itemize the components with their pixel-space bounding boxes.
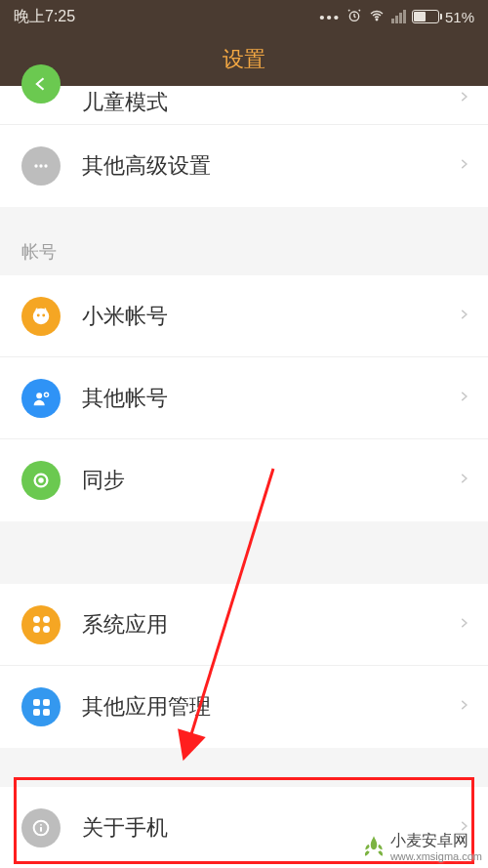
signal-icon (391, 10, 406, 23)
watermark: 小麦安卓网 www.xmsigma.com (361, 831, 482, 862)
chevron-right-icon (457, 86, 470, 111)
svg-point-4 (44, 164, 47, 167)
section-account-label: 帐号 (0, 207, 488, 275)
status-bar: 晚上7:25 ••• 51% (0, 0, 488, 33)
row-label: 系统应用 (82, 610, 457, 640)
svg-point-6 (37, 313, 40, 316)
row-other-account[interactable]: 其他帐号 (0, 357, 488, 439)
watermark-name: 小麦安卓网 (390, 832, 468, 848)
kid-mode-icon (21, 64, 61, 103)
svg-point-5 (33, 308, 50, 324)
system-apps-icon (21, 605, 61, 644)
chevron-right-icon (457, 153, 470, 179)
chevron-right-icon (457, 386, 470, 411)
wheat-logo-icon (361, 834, 386, 859)
app-management-icon (21, 687, 61, 726)
row-system-apps[interactable]: 系统应用 (0, 584, 488, 666)
row-other-app-mgmt[interactable]: 其他应用管理 (0, 666, 488, 748)
svg-point-8 (36, 393, 42, 398)
settings-list: 儿童模式 其他高级设置 帐号 小米帐号 (0, 86, 488, 868)
svg-point-11 (38, 477, 44, 483)
chevron-right-icon (457, 468, 470, 493)
header: 设置 (0, 33, 488, 86)
row-label: 小米帐号 (82, 302, 457, 331)
wifi-icon (368, 8, 386, 26)
row-label: 儿童模式 (82, 88, 457, 117)
svg-point-7 (42, 313, 45, 316)
svg-point-3 (39, 164, 42, 167)
watermark-url: www.xmsigma.com (390, 851, 482, 862)
sync-icon (21, 461, 61, 500)
row-label: 同步 (82, 466, 457, 495)
other-account-icon (21, 379, 61, 418)
row-xiaomi-account[interactable]: 小米帐号 (0, 275, 488, 357)
row-label: 其他帐号 (82, 384, 457, 413)
svg-point-13 (40, 824, 42, 826)
chevron-right-icon (457, 694, 470, 720)
chevron-right-icon (457, 304, 470, 329)
chevron-right-icon (457, 612, 470, 638)
row-label: 其他高级设置 (82, 151, 457, 181)
status-time: 晚上7:25 (14, 7, 75, 27)
page-title: 设置 (223, 45, 265, 74)
more-icon (21, 146, 61, 186)
more-dots-icon: ••• (319, 9, 341, 25)
svg-point-1 (376, 19, 378, 21)
svg-point-2 (34, 164, 37, 167)
about-phone-icon (21, 808, 61, 847)
alarm-icon (346, 8, 362, 26)
battery-pct: 51% (445, 9, 474, 25)
row-kid-mode[interactable]: 儿童模式 (0, 86, 488, 125)
status-right: ••• 51% (319, 8, 474, 26)
row-label: 其他应用管理 (82, 692, 457, 722)
row-sync[interactable]: 同步 (0, 439, 488, 521)
row-advanced-settings[interactable]: 其他高级设置 (0, 125, 488, 207)
battery-icon (412, 10, 439, 23)
xiaomi-account-icon (21, 297, 61, 336)
